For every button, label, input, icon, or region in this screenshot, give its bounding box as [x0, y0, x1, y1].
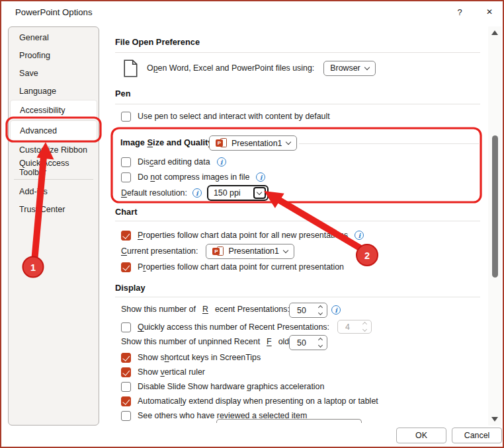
spinner-arrows[interactable] [319, 306, 322, 315]
annotation-step-2: 2 [364, 250, 370, 261]
section-heading-file-open-preference: File Open Preference [115, 37, 200, 47]
divider [115, 52, 480, 53]
annotation-arrow-2 [277, 199, 363, 250]
chevron-down-icon[interactable] [253, 187, 266, 199]
info-icon[interactable]: i [355, 231, 364, 240]
discard-editing-label: Discard editing data [138, 157, 210, 167]
no-compress-checkbox[interactable] [121, 172, 131, 182]
sidebar-item-save[interactable]: Save [9, 64, 99, 82]
recent-folders-spinner[interactable]: 50 [289, 335, 327, 350]
use-pen-label: Use pen to select and interact with cont… [138, 112, 330, 121]
clipped-combobox [216, 419, 362, 423]
file-open-select[interactable]: Browser [323, 61, 375, 76]
document-icon [124, 59, 138, 77]
sidebar-item-quick-access-toolbar[interactable]: Quick Access Toolbar [9, 159, 99, 176]
chart-current-row: Properties follow chart data point for c… [121, 260, 344, 274]
recent-presentations-spinner[interactable]: 50 [289, 303, 327, 318]
sidebar-item-advanced[interactable]: Advanced [10, 120, 97, 141]
recent-folders-value: 50 [297, 338, 306, 348]
shortcut-keys-checkbox[interactable] [121, 353, 131, 363]
chart-all-new-row: Properties follow chart data point for a… [121, 229, 364, 242]
divider [115, 221, 480, 221]
scrollbar-down-icon[interactable] [491, 417, 498, 422]
annotation-circle-2 [357, 244, 378, 266]
sidebar-item-language[interactable]: Language [9, 82, 99, 100]
chevron-down-icon [364, 64, 369, 69]
recent-folders-row: Show this number of unpinned Recent Fold… [1, 335, 485, 351]
discard-editing-checkbox[interactable] [121, 157, 131, 167]
ok-button[interactable]: OK [396, 428, 446, 443]
default-resolution-value: 150 ppi [214, 188, 251, 198]
shortcut-keys-label: Show shortcut keys in ScreenTips [138, 353, 261, 362]
spinner-up-icon [318, 305, 323, 310]
sidebar-divider [14, 179, 93, 180]
sidebar-item-general[interactable]: General [9, 28, 99, 46]
default-resolution-select[interactable]: 150 ppi [207, 185, 269, 201]
auto-extend-checkbox[interactable] [121, 396, 131, 406]
scrollbar-thumb[interactable] [492, 135, 498, 278]
chart-all-new-label: Properties follow chart data point for a… [138, 231, 348, 240]
info-icon[interactable]: i [192, 188, 202, 198]
recent-presentations-row: Show this number of Recent Presentations… [1, 303, 485, 318]
current-presentation-row: Current presentation: P Presentation1 [121, 243, 294, 259]
spinner-up-icon [362, 322, 367, 326]
powerpoint-file-icon: P [216, 138, 227, 148]
section-heading-pen: Pen [115, 89, 130, 98]
sidebar-item-accessibility[interactable]: Accessibility [10, 100, 97, 120]
divider [299, 143, 479, 144]
spinner-arrows[interactable] [319, 338, 322, 347]
recent-presentations-label: Show this number of Recent Presentations… [121, 305, 290, 314]
sidebar-item-proofing[interactable]: Proofing [9, 46, 99, 64]
cancel-button[interactable]: Cancel [452, 428, 502, 443]
sidebar-item-customize-ribbon[interactable]: Customize Ribbon [9, 141, 99, 159]
no-compress-row: Do not compress images in file i [121, 170, 265, 184]
powerpoint-file-icon: P [212, 246, 224, 256]
close-icon[interactable]: ✕ [483, 6, 495, 18]
quick-access-value: 4 [345, 322, 350, 332]
quick-access-checkbox[interactable] [121, 322, 131, 332]
spinner-down-icon [362, 327, 367, 332]
current-presentation-value: Presentation1 [228, 246, 278, 256]
discard-editing-row: Discard editing data i [121, 155, 226, 168]
spinner-down-icon [318, 343, 323, 348]
scrollbar-up-icon[interactable] [491, 30, 498, 35]
chart-current-checkbox[interactable] [121, 262, 131, 272]
quick-access-spinner: 4 [337, 320, 372, 334]
hardware-accel-label: Disable Slide Show hardware graphics acc… [138, 382, 324, 391]
divider [115, 297, 480, 297]
hardware-accel-checkbox[interactable] [121, 382, 131, 392]
vertical-ruler-checkbox[interactable] [121, 367, 131, 377]
current-presentation-label: Current presentation: [121, 246, 198, 256]
quick-access-row: Quickly access this number of Recent Pre… [1, 319, 485, 335]
image-scope-select-value: Presentation1 [231, 139, 282, 148]
use-pen-row: Use pen to select and interact with cont… [121, 110, 330, 123]
image-scope-select[interactable]: P Presentation1 [209, 135, 297, 151]
divider [115, 104, 480, 104]
sidebar-item-add-ins[interactable]: Add-ins [9, 182, 99, 200]
scrollbar[interactable] [488, 26, 501, 426]
use-pen-checkbox[interactable] [121, 112, 131, 122]
see-others-checkbox[interactable] [121, 411, 131, 421]
section-heading-chart: Chart [115, 207, 137, 217]
recent-folders-label: Show this number of unpinned Recent Fold… [121, 337, 303, 346]
quick-access-label: Quickly access this number of Recent Pre… [138, 322, 329, 332]
info-icon[interactable]: i [331, 305, 341, 315]
hardware-accel-row: Disable Slide Show hardware graphics acc… [121, 380, 324, 393]
file-open-select-value: Browser [330, 63, 360, 73]
vertical-ruler-row: Show vertical ruler [121, 365, 205, 379]
info-icon[interactable]: i [256, 172, 265, 182]
image-scope-row: P Presentation1 [209, 135, 297, 151]
info-icon[interactable]: i [217, 157, 226, 167]
spinner-down-icon [318, 311, 323, 315]
sidebar: GeneralProofingSaveLanguageAccessibility… [8, 26, 99, 426]
section-heading-display: Display [115, 283, 146, 293]
chart-all-new-checkbox[interactable] [121, 231, 131, 241]
spinner-up-icon [318, 338, 323, 342]
chevron-down-icon [283, 247, 288, 252]
help-icon[interactable]: ? [454, 6, 466, 18]
vertical-ruler-label: Show vertical ruler [138, 367, 205, 377]
sidebar-item-trust-center[interactable]: Trust Center [9, 200, 99, 218]
default-resolution-label: Default resolution: [121, 188, 187, 198]
shortcut-keys-row: Show shortcut keys in ScreenTips [121, 351, 261, 364]
current-presentation-select[interactable]: P Presentation1 [206, 244, 294, 259]
